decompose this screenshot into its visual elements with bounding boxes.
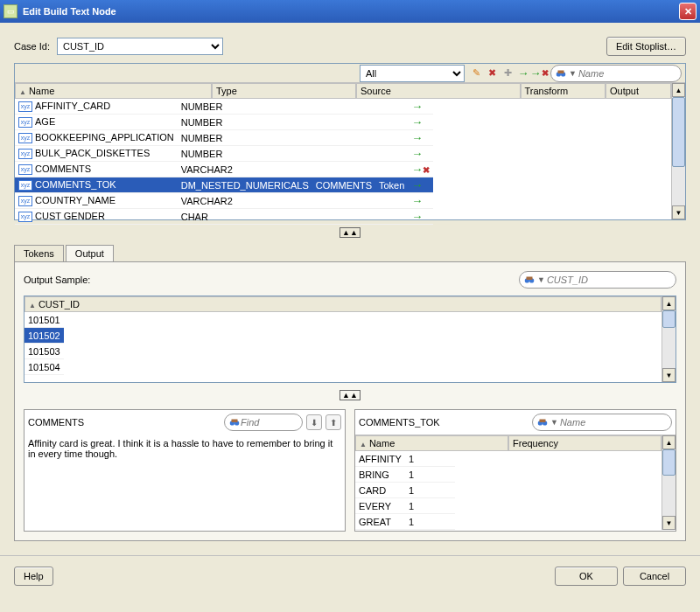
column-icon: xyz — [18, 101, 32, 112]
output-search[interactable]: ▼ — [519, 271, 676, 289]
scroll-up-icon[interactable]: ▲ — [662, 435, 676, 449]
window-title: Edit Build Text Node — [23, 6, 679, 17]
svg-rect-11 — [540, 420, 546, 423]
column-icon: xyz — [18, 196, 32, 206]
binoculars-icon — [228, 416, 241, 428]
table-row[interactable]: xyzCOUNTRY_NAMEVARCHAR2→ — [15, 193, 433, 209]
table-row[interactable]: xyzCOMMENTS_TOKDM_NESTED_NUMERICALSCOMME… — [15, 177, 433, 193]
col-source[interactable]: Source — [356, 83, 521, 99]
tokens-search-input[interactable] — [560, 417, 668, 428]
svg-rect-8 — [232, 420, 238, 423]
add-icon[interactable]: ✚ — [500, 66, 515, 81]
table-row[interactable]: xyzBULK_PACK_DISKETTESNUMBER→ — [15, 146, 433, 162]
chevron-down-icon: ▼ — [550, 418, 558, 427]
find-next-icon[interactable]: ⬇ — [306, 414, 322, 430]
sort-icon[interactable]: ▲ — [29, 302, 36, 309]
find-prev-icon[interactable]: ⬆ — [326, 414, 341, 430]
table-row[interactable]: GREAT1 — [355, 514, 455, 530]
cancel-button[interactable]: Cancel — [623, 567, 686, 586]
tab-tokens[interactable]: Tokens — [14, 245, 64, 261]
col-name[interactable]: Name — [29, 86, 54, 96]
scrollbar-track[interactable] — [672, 97, 685, 205]
comments-title: COMMENTS — [28, 417, 84, 428]
list-item[interactable]: 101501 — [24, 312, 64, 328]
scrollbar-track[interactable] — [662, 449, 676, 516]
scrollbar-thumb[interactable] — [662, 449, 676, 476]
ok-button[interactable]: OK — [555, 567, 618, 586]
chevron-down-icon: ▼ — [569, 69, 577, 78]
column-icon: xyz — [18, 212, 32, 222]
column-icon: xyz — [18, 117, 32, 128]
list-item[interactable]: 101502 — [24, 328, 64, 344]
delete-icon[interactable]: ✖ — [484, 66, 500, 81]
find-input[interactable] — [241, 417, 298, 428]
table-row[interactable]: AFFINITY1 — [355, 451, 455, 467]
find-box[interactable] — [224, 414, 303, 431]
column-icon: xyz — [18, 133, 32, 143]
table-row[interactable]: xyzCUST GENDERCHAR→ — [15, 209, 433, 225]
filter-select[interactable]: All — [360, 65, 465, 82]
tokens-title: COMMENTS_TOK — [359, 417, 440, 428]
col-output[interactable]: Output — [606, 83, 671, 99]
binoculars-icon — [555, 67, 567, 80]
tokens-search[interactable]: ▼ — [532, 414, 672, 431]
help-button[interactable]: Help — [14, 567, 53, 586]
expand-toggle-icon[interactable]: ▲▲ — [340, 390, 360, 400]
scroll-down-icon[interactable]: ▼ — [672, 205, 685, 219]
svg-rect-2 — [558, 70, 564, 73]
include-icon[interactable]: → — [515, 66, 531, 81]
list-item[interactable]: 101503 — [24, 344, 64, 359]
column-icon: xyz — [18, 180, 32, 191]
edit-stoplist-button[interactable]: Edit Stoplist… — [606, 37, 686, 56]
case-id-select[interactable]: CUST_ID — [57, 38, 223, 55]
scrollbar-thumb[interactable] — [662, 310, 676, 328]
titlebar: ▭ Edit Build Text Node ✕ — [0, 0, 700, 23]
col-transform[interactable]: Transform — [521, 83, 606, 99]
table-row[interactable]: EVERY1 — [355, 498, 455, 514]
case-id-label: Case Id: — [14, 41, 50, 52]
table-row[interactable]: xyzAFFINITY_CARDNUMBER→ — [15, 99, 433, 115]
table-row[interactable]: CARD1 — [355, 483, 455, 498]
tok-col-freq[interactable]: Frequency — [508, 435, 662, 451]
pencil-icon[interactable]: ✎ — [468, 66, 484, 81]
col-type[interactable]: Type — [212, 83, 356, 99]
column-icon: xyz — [18, 164, 32, 175]
comments-text: Affinity card is great. I think it is a … — [24, 435, 345, 531]
exclude-icon[interactable]: →✖ — [531, 66, 547, 81]
close-icon[interactable]: ✕ — [679, 3, 696, 20]
table-row[interactable]: BRING1 — [355, 467, 455, 483]
app-icon: ▭ — [4, 4, 18, 18]
scrollbar-thumb[interactable] — [672, 97, 685, 167]
output-search-input[interactable] — [547, 275, 672, 285]
chevron-down-icon: ▼ — [537, 275, 545, 284]
tok-col-name[interactable]: Name — [369, 438, 395, 449]
scrollbar-track[interactable] — [662, 310, 676, 368]
grid-search[interactable]: ▼ — [550, 65, 682, 82]
scroll-up-icon[interactable]: ▲ — [662, 296, 676, 310]
scroll-down-icon[interactable]: ▼ — [662, 368, 676, 382]
grid-search-input[interactable] — [578, 68, 677, 79]
output-sample-label: Output Sample: — [24, 275, 90, 285]
table-row[interactable]: xyzCOMMENTSVARCHAR2→✖ — [15, 162, 433, 177]
table-row[interactable]: xyzBOOKKEEPING_APPLICATIONNUMBER→ — [15, 130, 433, 146]
scroll-up-icon[interactable]: ▲ — [672, 83, 685, 97]
table-row[interactable]: xyzAGENUMBER→ — [15, 115, 433, 130]
binoculars-icon — [536, 416, 549, 428]
list-item[interactable]: 101504 — [24, 359, 64, 375]
col-custid[interactable]: CUST_ID — [38, 299, 80, 309]
column-icon: xyz — [18, 149, 32, 159]
expand-toggle-icon[interactable]: ▲▲ — [340, 227, 360, 238]
scroll-down-icon[interactable]: ▼ — [662, 516, 676, 530]
svg-rect-5 — [527, 277, 533, 281]
sort-icon[interactable]: ▲ — [360, 441, 367, 449]
binoculars-icon — [523, 274, 536, 286]
tab-output[interactable]: Output — [66, 245, 114, 261]
sort-icon[interactable]: ▲ — [19, 88, 26, 96]
